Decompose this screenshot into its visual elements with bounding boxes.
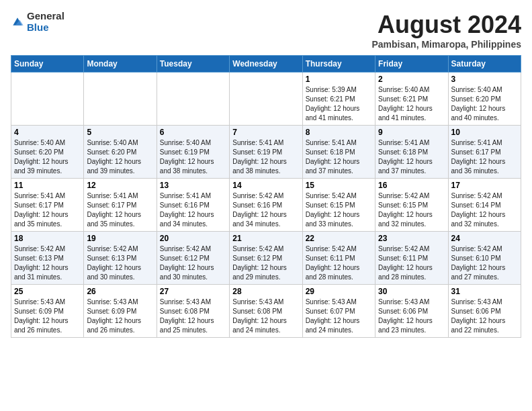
day-info: Sunrise: 5:42 AM Sunset: 6:13 PM Dayligh… [87,244,153,282]
calendar-cell: 11Sunrise: 5:41 AM Sunset: 6:17 PM Dayli… [11,179,84,232]
day-info: Sunrise: 5:39 AM Sunset: 6:21 PM Dayligh… [306,85,372,123]
day-info: Sunrise: 5:41 AM Sunset: 6:17 PM Dayligh… [14,191,81,229]
day-info: Sunrise: 5:40 AM Sunset: 6:20 PM Dayligh… [14,138,81,176]
day-number: 3 [451,75,518,84]
day-info: Sunrise: 5:42 AM Sunset: 6:11 PM Dayligh… [378,244,445,282]
day-info: Sunrise: 5:40 AM Sunset: 6:19 PM Dayligh… [160,138,226,176]
calendar-cell: 31Sunrise: 5:43 AM Sunset: 6:06 PM Dayli… [448,285,521,338]
calendar-cell: 17Sunrise: 5:42 AM Sunset: 6:14 PM Dayli… [448,179,521,232]
calendar-cell: 22Sunrise: 5:42 AM Sunset: 6:11 PM Dayli… [302,232,375,285]
calendar-cell: 6Sunrise: 5:40 AM Sunset: 6:19 PM Daylig… [157,126,229,179]
day-info: Sunrise: 5:41 AM Sunset: 6:17 PM Dayligh… [87,191,153,229]
day-info: Sunrise: 5:41 AM Sunset: 6:18 PM Dayligh… [306,138,372,176]
calendar-cell: 19Sunrise: 5:42 AM Sunset: 6:13 PM Dayli… [84,232,157,285]
calendar-cell: 18Sunrise: 5:42 AM Sunset: 6:13 PM Dayli… [11,232,84,285]
day-number: 28 [232,287,299,296]
day-number: 22 [306,234,372,243]
day-of-week-header: Wednesday [230,56,302,73]
day-number: 21 [232,234,299,243]
day-info: Sunrise: 5:43 AM Sunset: 6:09 PM Dayligh… [14,298,81,335]
calendar-title: August 2024 [372,11,522,39]
day-number: 17 [451,181,518,190]
day-info: Sunrise: 5:42 AM Sunset: 6:15 PM Dayligh… [306,191,372,229]
calendar-cell [84,73,157,126]
day-number: 20 [160,234,226,243]
day-info: Sunrise: 5:41 AM Sunset: 6:18 PM Dayligh… [378,138,445,176]
calendar-cell: 9Sunrise: 5:41 AM Sunset: 6:18 PM Daylig… [375,126,448,179]
day-number: 10 [451,128,518,137]
calendar-cell: 1Sunrise: 5:39 AM Sunset: 6:21 PM Daylig… [302,73,375,126]
day-of-week-header: Saturday [448,56,521,73]
page-header: General Blue August 2024 Pambisan, Mimar… [11,11,521,50]
logo: General Blue [11,11,64,33]
day-of-week-header: Thursday [302,56,375,73]
calendar-cell: 3Sunrise: 5:40 AM Sunset: 6:20 PM Daylig… [448,73,521,126]
logo-blue-text: Blue [27,22,64,34]
day-number: 6 [160,128,226,137]
calendar-cell: 30Sunrise: 5:43 AM Sunset: 6:06 PM Dayli… [375,285,448,338]
calendar-cell: 16Sunrise: 5:42 AM Sunset: 6:15 PM Dayli… [375,179,448,232]
day-info: Sunrise: 5:41 AM Sunset: 6:19 PM Dayligh… [232,138,299,176]
day-number: 16 [378,181,445,190]
calendar-cell: 10Sunrise: 5:41 AM Sunset: 6:17 PM Dayli… [448,126,521,179]
calendar-cell [157,73,229,126]
calendar-header-row: SundayMondayTuesdayWednesdayThursdayFrid… [11,56,521,73]
day-info: Sunrise: 5:40 AM Sunset: 6:20 PM Dayligh… [451,85,518,123]
calendar-cell: 12Sunrise: 5:41 AM Sunset: 6:17 PM Dayli… [84,179,157,232]
day-number: 12 [87,181,153,190]
calendar-cell: 7Sunrise: 5:41 AM Sunset: 6:19 PM Daylig… [230,126,302,179]
calendar-week-row: 1Sunrise: 5:39 AM Sunset: 6:21 PM Daylig… [11,73,521,126]
calendar-cell: 15Sunrise: 5:42 AM Sunset: 6:15 PM Dayli… [302,179,375,232]
day-info: Sunrise: 5:43 AM Sunset: 6:07 PM Dayligh… [306,298,372,335]
calendar-cell [230,73,302,126]
day-number: 26 [87,287,153,296]
day-info: Sunrise: 5:43 AM Sunset: 6:08 PM Dayligh… [160,298,226,335]
calendar-week-row: 4Sunrise: 5:40 AM Sunset: 6:20 PM Daylig… [11,126,521,179]
calendar-cell: 24Sunrise: 5:42 AM Sunset: 6:10 PM Dayli… [448,232,521,285]
calendar-cell: 4Sunrise: 5:40 AM Sunset: 6:20 PM Daylig… [11,126,84,179]
day-number: 18 [14,234,81,243]
title-area: August 2024 Pambisan, Mimaropa, Philippi… [372,11,522,50]
day-number: 9 [378,128,445,137]
day-number: 15 [306,181,372,190]
day-number: 31 [451,287,518,296]
day-number: 30 [378,287,445,296]
day-info: Sunrise: 5:42 AM Sunset: 6:12 PM Dayligh… [232,244,299,282]
calendar-cell: 25Sunrise: 5:43 AM Sunset: 6:09 PM Dayli… [11,285,84,338]
day-number: 4 [14,128,81,137]
calendar-cell: 23Sunrise: 5:42 AM Sunset: 6:11 PM Dayli… [375,232,448,285]
day-of-week-header: Monday [84,56,157,73]
calendar-cell: 27Sunrise: 5:43 AM Sunset: 6:08 PM Dayli… [157,285,229,338]
calendar-cell: 28Sunrise: 5:43 AM Sunset: 6:08 PM Dayli… [230,285,302,338]
day-info: Sunrise: 5:42 AM Sunset: 6:14 PM Dayligh… [451,191,518,229]
day-info: Sunrise: 5:42 AM Sunset: 6:15 PM Dayligh… [378,191,445,229]
day-number: 8 [306,128,372,137]
calendar-table: SundayMondayTuesdayWednesdayThursdayFrid… [11,55,521,338]
day-info: Sunrise: 5:42 AM Sunset: 6:10 PM Dayligh… [451,244,518,282]
calendar-location: Pambisan, Mimaropa, Philippines [372,39,522,50]
day-number: 13 [160,181,226,190]
day-info: Sunrise: 5:43 AM Sunset: 6:08 PM Dayligh… [232,298,299,335]
day-number: 19 [87,234,153,243]
calendar-week-row: 11Sunrise: 5:41 AM Sunset: 6:17 PM Dayli… [11,179,521,232]
day-number: 14 [232,181,299,190]
day-number: 2 [378,75,445,84]
calendar-week-row: 25Sunrise: 5:43 AM Sunset: 6:09 PM Dayli… [11,285,521,338]
logo-icon [11,15,24,29]
day-info: Sunrise: 5:43 AM Sunset: 6:09 PM Dayligh… [87,298,153,335]
logo-text: General Blue [27,11,64,33]
day-info: Sunrise: 5:42 AM Sunset: 6:12 PM Dayligh… [160,244,226,282]
day-number: 29 [306,287,372,296]
calendar-week-row: 18Sunrise: 5:42 AM Sunset: 6:13 PM Dayli… [11,232,521,285]
calendar-cell [11,73,84,126]
day-number: 25 [14,287,81,296]
calendar-cell: 8Sunrise: 5:41 AM Sunset: 6:18 PM Daylig… [302,126,375,179]
day-of-week-header: Friday [375,56,448,73]
day-number: 1 [306,75,372,84]
day-info: Sunrise: 5:42 AM Sunset: 6:13 PM Dayligh… [14,244,81,282]
day-info: Sunrise: 5:43 AM Sunset: 6:06 PM Dayligh… [451,298,518,335]
day-info: Sunrise: 5:43 AM Sunset: 6:06 PM Dayligh… [378,298,445,335]
calendar-cell: 29Sunrise: 5:43 AM Sunset: 6:07 PM Dayli… [302,285,375,338]
day-of-week-header: Sunday [11,56,84,73]
calendar-cell: 2Sunrise: 5:40 AM Sunset: 6:21 PM Daylig… [375,73,448,126]
